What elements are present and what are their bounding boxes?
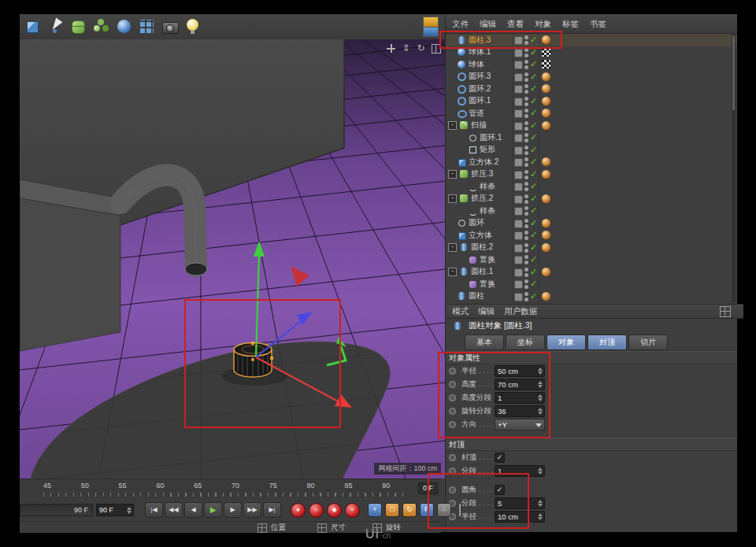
enabled-check-icon[interactable]: ✓ xyxy=(530,242,537,253)
next-key-button[interactable]: ▶▶ xyxy=(243,502,261,518)
object-row[interactable]: 圆环.3✓ xyxy=(446,71,737,83)
current-frame-field[interactable]: 0 F xyxy=(418,482,438,494)
layer-badge[interactable] xyxy=(514,268,523,277)
goto-end-button[interactable]: ▶| xyxy=(263,502,281,518)
keyframe-dot-icon[interactable] xyxy=(449,381,456,388)
enabled-check-icon[interactable]: ✓ xyxy=(530,181,537,191)
object-manager-scrollbar[interactable] xyxy=(732,34,736,302)
visibility-toggle-icon[interactable] xyxy=(524,219,528,228)
coordinate-system-icon[interactable] xyxy=(423,17,439,37)
prev-frame-button[interactable]: ◀ xyxy=(184,502,202,518)
am-menu-item[interactable]: 用户数据 xyxy=(504,305,537,318)
light-icon[interactable] xyxy=(182,16,203,37)
material-tag-icon[interactable] xyxy=(542,72,550,81)
material-tag-icon[interactable] xyxy=(542,194,550,203)
spinner-arrows-icon[interactable] xyxy=(536,512,543,521)
param-field[interactable]: 50 cm xyxy=(495,365,545,377)
object-manager-list[interactable]: 圆柱.3✓球体.1✓球体✓圆环.3✓圆环.2✓圆环.1✓管道✓-扫描✓圆环.1✓… xyxy=(446,34,737,302)
keyframe-dot-icon[interactable] xyxy=(449,468,456,475)
cube-primitive-icon[interactable] xyxy=(22,16,43,37)
tab-object[interactable]: 对象 xyxy=(547,334,586,350)
toggle-view-icon[interactable] xyxy=(430,43,442,54)
pan-icon[interactable] xyxy=(385,43,397,54)
material-tag-icon[interactable] xyxy=(542,268,550,276)
layer-badge[interactable] xyxy=(514,171,523,179)
visibility-toggle-icon[interactable] xyxy=(524,157,528,167)
expander-icon[interactable]: - xyxy=(448,121,457,130)
param-dropdown[interactable]: +Y xyxy=(495,419,545,431)
instance-icon[interactable] xyxy=(136,16,158,37)
object-row[interactable]: 圆环.1✓ xyxy=(446,131,737,144)
object-row[interactable]: 置换✓ xyxy=(446,278,737,290)
param-field[interactable]: 5 xyxy=(495,497,545,509)
layer-badge[interactable] xyxy=(514,195,523,204)
object-row[interactable]: -圆柱.1✓ xyxy=(446,266,737,279)
visibility-toggle-icon[interactable] xyxy=(524,268,528,277)
enabled-check-icon[interactable]: ✓ xyxy=(530,83,537,94)
keyframe-dot-icon[interactable] xyxy=(449,486,456,493)
am-menu-item[interactable]: 编辑 xyxy=(478,305,495,318)
tab-basic[interactable]: 基本 xyxy=(465,334,504,350)
object-row[interactable]: -扫描✓ xyxy=(446,120,737,132)
enabled-check-icon[interactable]: ✓ xyxy=(530,218,537,228)
enabled-check-icon[interactable]: ✓ xyxy=(530,157,537,167)
material-tag-icon[interactable] xyxy=(542,84,550,93)
object-row[interactable]: 圆环.1✓ xyxy=(446,95,737,108)
object-row[interactable]: -挤压.3✓ xyxy=(446,168,737,181)
end-frame-spinner[interactable]: 90 F xyxy=(96,504,134,516)
material-tag-icon[interactable] xyxy=(542,157,550,166)
next-frame-button[interactable]: ▶ xyxy=(224,502,242,518)
play-button[interactable]: ▶ xyxy=(204,502,222,518)
goto-start-button[interactable]: |◀ xyxy=(145,502,163,518)
visibility-toggle-icon[interactable] xyxy=(524,292,528,301)
visibility-toggle-icon[interactable] xyxy=(524,60,528,69)
array-icon[interactable] xyxy=(91,16,112,37)
enabled-check-icon[interactable]: ✓ xyxy=(530,194,537,204)
visibility-toggle-icon[interactable] xyxy=(524,48,528,57)
material-tag-icon[interactable] xyxy=(542,219,550,227)
keyframe-dot-icon[interactable] xyxy=(449,394,456,401)
visibility-toggle-icon[interactable] xyxy=(524,133,528,142)
object-row[interactable]: 球体✓ xyxy=(446,58,737,71)
animation-palette-menu-icon[interactable] xyxy=(459,504,461,516)
visibility-toggle-icon[interactable] xyxy=(524,146,528,155)
om-menu-item[interactable]: 标签 xyxy=(562,14,579,33)
visibility-toggle-icon[interactable] xyxy=(524,72,528,82)
visibility-toggle-icon[interactable] xyxy=(524,182,528,191)
viewport-3d[interactable]: ⇕↻ 网格间距：100 cm xyxy=(20,39,445,479)
panel-options-icon[interactable] xyxy=(720,306,731,317)
scale-key-toggle[interactable]: □ xyxy=(385,503,399,517)
spinner-arrows-icon[interactable] xyxy=(536,499,543,508)
tab-caps[interactable]: 封顶 xyxy=(587,334,627,350)
expander-icon[interactable]: - xyxy=(448,268,457,276)
spinner-arrows-icon[interactable] xyxy=(536,467,543,475)
enabled-check-icon[interactable]: ✓ xyxy=(530,120,537,131)
parameter-key-toggle[interactable]: P xyxy=(420,503,434,517)
layer-badge[interactable] xyxy=(514,98,523,106)
expander-icon[interactable]: - xyxy=(448,194,457,203)
record-options-button[interactable]: ≡ xyxy=(345,503,360,518)
layer-badge[interactable] xyxy=(514,231,523,240)
param-field[interactable]: 70 cm xyxy=(495,379,545,390)
keyframe-dot-icon[interactable] xyxy=(449,421,456,428)
visibility-toggle-icon[interactable] xyxy=(524,170,528,179)
enabled-check-icon[interactable]: ✓ xyxy=(530,205,537,216)
om-menu-item[interactable]: 对象 xyxy=(535,14,551,33)
spinner-arrows-icon[interactable] xyxy=(536,394,543,402)
layer-badge[interactable] xyxy=(514,109,523,118)
expander-icon[interactable]: - xyxy=(448,243,457,252)
visibility-toggle-icon[interactable] xyxy=(524,35,528,45)
enabled-check-icon[interactable]: ✓ xyxy=(530,267,537,277)
expander-icon[interactable]: - xyxy=(448,170,457,179)
object-row[interactable]: 球体.1✓ xyxy=(446,46,737,59)
subdivision-surface-icon[interactable] xyxy=(68,16,89,37)
param-field[interactable]: 10 cm xyxy=(495,511,545,523)
layer-badge[interactable] xyxy=(514,183,523,191)
layer-badge[interactable] xyxy=(514,207,523,216)
layer-badge[interactable] xyxy=(514,134,523,142)
object-row[interactable]: 圆环.2✓ xyxy=(446,83,737,95)
om-menu-item[interactable]: 编辑 xyxy=(480,14,496,33)
visibility-toggle-icon[interactable] xyxy=(524,109,528,118)
object-row[interactable]: 矩形✓ xyxy=(446,144,737,157)
texture-tag-icon[interactable] xyxy=(542,48,550,57)
